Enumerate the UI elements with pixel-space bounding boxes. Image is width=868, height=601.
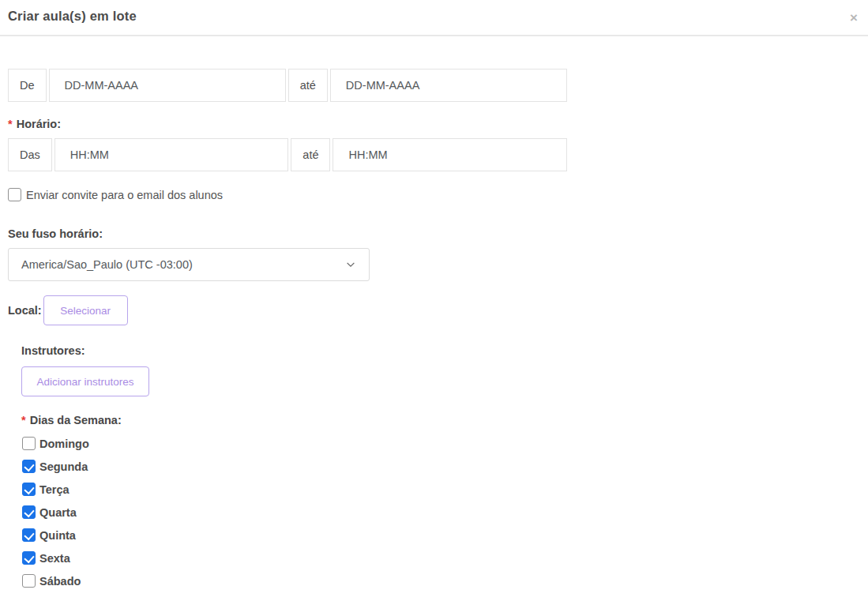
weekday-checkbox[interactable] — [22, 437, 36, 450]
close-icon[interactable]: × — [847, 9, 861, 26]
weekday-label: Quarta — [39, 506, 77, 519]
weekday-checkbox[interactable] — [22, 574, 36, 588]
weekday-row-sexta[interactable]: Sexta — [22, 547, 860, 569]
required-asterisk: * — [21, 414, 26, 426]
weekday-checkbox[interactable] — [22, 483, 36, 496]
page-title: Criar aula(s) em lote — [8, 9, 137, 23]
invite-checkbox-row[interactable]: Enviar convite para o email dos alunos — [8, 188, 860, 201]
weekday-checkbox[interactable] — [22, 460, 36, 473]
weekday-row-terca[interactable]: Terça — [22, 478, 860, 501]
date-range-row: De até — [8, 69, 567, 102]
time-until-label: até — [291, 138, 330, 171]
weekday-checkbox[interactable] — [22, 551, 36, 565]
add-instructors-button[interactable]: Adicionar instrutores — [21, 366, 149, 396]
local-row: Local: Selecionar — [8, 295, 860, 325]
weekday-row-segunda[interactable]: Segunda — [22, 455, 860, 478]
instructors-block: Instrutores: Adicionar instrutores — [21, 344, 860, 396]
timezone-select[interactable]: America/Sao_Paulo (UTC -03:00) — [8, 248, 370, 281]
weekdays-block: *Dias da Semana: Domingo Segunda Terça — [21, 414, 860, 592]
weekday-row-sabado[interactable]: Sábado — [22, 569, 860, 592]
required-asterisk: * — [8, 118, 13, 130]
time-section-label-text: Horário: — [17, 118, 61, 130]
weekday-label: Terça — [39, 483, 70, 496]
instructors-label: Instrutores: — [21, 344, 860, 357]
weekday-label: Quinta — [39, 529, 76, 542]
modal-body: De até *Horário: Das até Enviar convite … — [0, 69, 868, 592]
weekdays-label: *Dias da Semana: — [21, 414, 860, 426]
time-until-input[interactable] — [333, 138, 567, 171]
date-until-input[interactable] — [330, 69, 567, 102]
weekday-label: Domingo — [39, 438, 89, 450]
weekday-checkbox[interactable] — [22, 528, 36, 542]
date-from-input[interactable] — [49, 69, 286, 102]
weekday-label: Sexta — [39, 552, 70, 565]
select-location-button[interactable]: Selecionar — [43, 295, 128, 325]
local-label: Local: — [8, 304, 42, 317]
modal-header: Criar aula(s) em lote × — [0, 0, 868, 36]
weekday-row-domingo[interactable]: Domingo — [22, 432, 860, 455]
date-until-label: até — [288, 69, 328, 102]
weekday-checkbox[interactable] — [22, 505, 36, 519]
chevron-down-icon — [345, 259, 356, 270]
weekdays-label-text: Dias da Semana: — [30, 414, 122, 426]
create-batch-classes-modal: Criar aula(s) em lote × De até *Horário:… — [0, 0, 868, 601]
timezone-label: Seu fuso horário: — [8, 227, 860, 240]
weekdays-list: Domingo Segunda Terça Quarta Quinta — [22, 432, 860, 592]
weekday-label: Segunda — [39, 460, 88, 473]
timezone-selected-value: America/Sao_Paulo (UTC -03:00) — [21, 258, 345, 271]
weekday-label: Sábado — [39, 575, 81, 588]
time-range-row: Das até — [8, 138, 567, 171]
date-from-label: De — [8, 69, 47, 102]
invite-checkbox[interactable] — [8, 188, 21, 201]
weekday-row-quarta[interactable]: Quarta — [22, 501, 860, 524]
time-section-label: *Horário: — [8, 118, 860, 130]
time-from-input[interactable] — [54, 138, 289, 171]
invite-checkbox-label: Enviar convite para o email dos alunos — [26, 189, 223, 201]
time-from-label: Das — [8, 138, 52, 171]
weekday-row-quinta[interactable]: Quinta — [22, 524, 860, 547]
